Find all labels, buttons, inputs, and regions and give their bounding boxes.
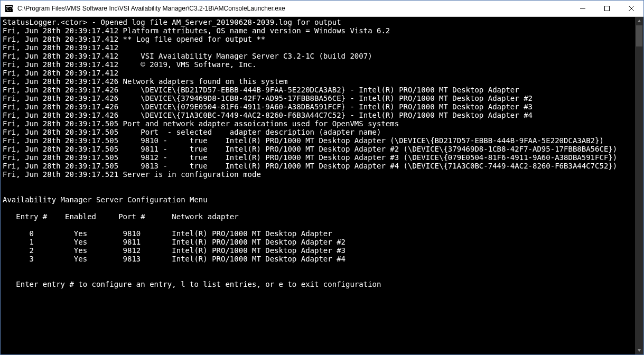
- svg-text:C:\: C:\: [6, 7, 13, 12]
- scroll-up-button[interactable]: [635, 17, 643, 25]
- svg-marker-7: [638, 20, 641, 22]
- svg-marker-8: [638, 349, 641, 352]
- console-area: StatusLogger.<ctor> - Opened log file AM…: [1, 17, 643, 354]
- svg-rect-4: [605, 6, 610, 11]
- scrollbar-track[interactable]: [635, 25, 643, 346]
- minimize-button[interactable]: [571, 1, 595, 16]
- scroll-down-button[interactable]: [635, 346, 643, 354]
- console-window: C:\ C:\Program Files\VMS Software Inc\VS…: [0, 0, 644, 355]
- maximize-button[interactable]: [595, 1, 619, 16]
- scrollbar-thumb[interactable]: [636, 25, 642, 46]
- window-title: C:\Program Files\VMS Software Inc\VSI Av…: [17, 5, 571, 12]
- app-icon: C:\: [4, 3, 14, 14]
- console-output[interactable]: StatusLogger.<ctor> - Opened log file AM…: [1, 17, 635, 354]
- vertical-scrollbar[interactable]: [635, 17, 643, 354]
- close-button[interactable]: [619, 1, 643, 16]
- titlebar[interactable]: C:\ C:\Program Files\VMS Software Inc\VS…: [1, 1, 643, 17]
